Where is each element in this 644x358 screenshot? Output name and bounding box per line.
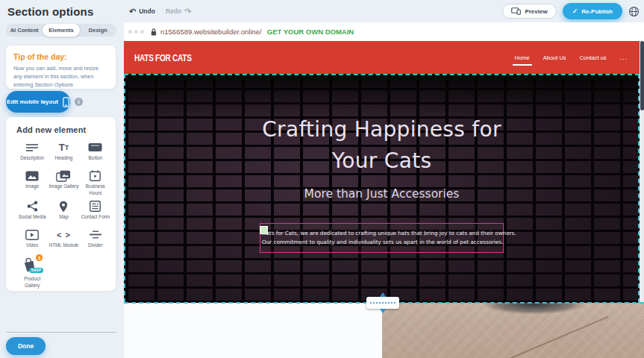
nav-link-about[interactable]: About Us	[543, 54, 566, 61]
tab-elements[interactable]: Elements	[43, 24, 79, 37]
element-item-product-gallery[interactable]: $ SHOP Product Gallery	[16, 257, 48, 289]
window-dots	[128, 30, 144, 34]
arrow-down-icon	[380, 309, 386, 313]
button-icon	[88, 141, 102, 154]
get-domain-link[interactable]: GET YOUR OWN DOMAIN	[267, 28, 354, 36]
browser-chrome-bar: n1566589.websitebuilder.online/ GET YOUR…	[124, 22, 644, 41]
element-item-social-media[interactable]: Social Media	[16, 200, 48, 224]
element-drag-handle[interactable]	[260, 226, 268, 234]
shop-badge: SHOP	[29, 268, 44, 273]
page-title: Section options	[7, 5, 94, 18]
element-grid: Description TT Heading Button Image	[16, 141, 111, 289]
heading-icon: TT	[59, 141, 69, 154]
nav-link-contact[interactable]: Contact us	[580, 54, 607, 61]
redo-button[interactable]: Redo ↷	[166, 7, 191, 16]
tip-title: Tip of the day:	[13, 52, 108, 61]
topbar-actions: Preview ✓ Re-Publish	[502, 0, 640, 22]
undo-redo-group: ↶ Undo Redo ↷	[129, 0, 191, 22]
republish-button[interactable]: ✓ Re-Publish	[563, 3, 622, 19]
element-item-image[interactable]: Image	[16, 169, 48, 196]
preview-button[interactable]: Preview	[502, 4, 556, 19]
window-dot	[128, 30, 132, 34]
site-header: HATS FOR CATS Home About Us Contact us .…	[124, 41, 640, 74]
hero-text-element-selected[interactable]: Hats for Cats, we are dedicated to craft…	[260, 223, 504, 253]
window-dot	[134, 30, 138, 34]
tab-design[interactable]: Design	[80, 24, 116, 37]
add-element-title: Add new element	[16, 125, 111, 134]
globe-icon[interactable]	[628, 6, 640, 17]
image-gallery-icon	[56, 169, 71, 182]
element-item-video[interactable]: Video	[16, 228, 48, 253]
resize-grip[interactable]	[366, 297, 399, 309]
element-item-divider[interactable]: Divider	[80, 228, 111, 253]
lock-icon	[151, 28, 157, 36]
scrollbar-thumb[interactable]	[640, 41, 644, 110]
element-item-image-gallery[interactable]: Image Gallery	[48, 169, 79, 196]
add-element-panel: Add new element Description TT Heading B…	[6, 117, 116, 291]
text-lines-icon	[25, 141, 39, 154]
element-item-description[interactable]: Description	[16, 141, 48, 166]
video-icon	[25, 228, 39, 241]
site-preview-canvas: n1566589.websitebuilder.online/ GET YOUR…	[124, 22, 644, 358]
site-nav: Home About Us Contact us ...	[515, 54, 628, 61]
nav-more-icon[interactable]: ...	[619, 54, 628, 61]
hero-subheading[interactable]: More than Just Accessories	[304, 187, 460, 201]
carpet-seam-line	[505, 315, 609, 358]
sidebar-divider	[6, 332, 116, 333]
calendar-icon	[90, 169, 101, 182]
element-item-business-hours[interactable]: Business Hours	[80, 169, 111, 196]
undo-icon: ↶	[129, 7, 136, 16]
edit-mobile-layout-button[interactable]: Edit mobile layout	[6, 91, 70, 113]
hero-heading[interactable]: Crafting Happiness for Your Cats	[262, 114, 501, 177]
redo-icon: ↷	[184, 7, 191, 16]
editor-topbar: Section options ↶ Undo Redo ↷ Preview ✓ …	[0, 0, 644, 22]
divider-icon	[89, 228, 102, 241]
code-icon: < >	[57, 228, 71, 241]
tip-body: Now you can add, move and resize any ele…	[13, 65, 108, 90]
map-pin-icon	[59, 200, 68, 213]
site-url[interactable]: n1566589.websitebuilder.online/	[160, 28, 262, 36]
preview-scrollbar[interactable]	[640, 41, 644, 303]
nav-link-home[interactable]: Home	[515, 54, 530, 61]
next-section-background	[124, 303, 382, 358]
element-item-contact-form[interactable]: Contact Form	[80, 200, 111, 224]
left-sidebar: AI Content Elements Design Tip of the da…	[0, 22, 124, 358]
devices-icon	[511, 7, 521, 15]
share-icon	[27, 200, 38, 213]
shop-bag-icon: $ SHOP	[23, 257, 41, 274]
done-button[interactable]: Done	[6, 337, 46, 355]
phone-icon	[63, 97, 69, 107]
premium-badge-icon: $	[36, 254, 43, 261]
carpet-photo	[382, 303, 644, 358]
element-item-html-module[interactable]: < > HTML Module	[48, 228, 79, 253]
sidebar-tabs: AI Content Elements Design	[6, 24, 116, 37]
image-icon	[25, 169, 39, 182]
hero-section[interactable]: Crafting Happiness for Your Cats More th…	[124, 74, 640, 303]
section-resize-handle[interactable]	[366, 292, 399, 313]
site-logo[interactable]: HATS FOR CATS	[134, 51, 192, 63]
undo-button[interactable]: ↶ Undo	[129, 7, 155, 16]
form-icon	[90, 200, 101, 213]
tab-ai-content[interactable]: AI Content	[6, 24, 43, 37]
tip-of-the-day-card: Tip of the day: Now you can add, move an…	[6, 45, 116, 89]
element-item-map[interactable]: Map	[48, 200, 79, 224]
window-dot	[140, 30, 144, 34]
check-icon: ✓	[572, 7, 578, 15]
info-icon[interactable]: i	[75, 98, 83, 106]
element-item-heading[interactable]: TT Heading	[48, 141, 79, 166]
element-item-button[interactable]: Button	[80, 141, 111, 166]
